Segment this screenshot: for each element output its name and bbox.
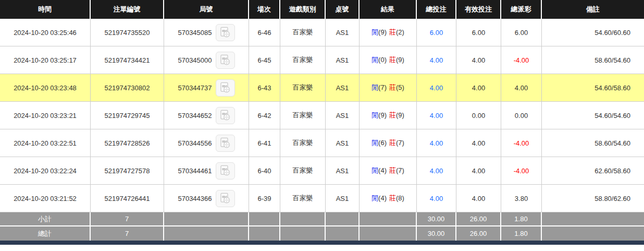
cell-total-payout: 3.80 bbox=[501, 185, 542, 212]
result-banker-score: (7) bbox=[396, 166, 404, 174]
video-replay-button[interactable] bbox=[216, 135, 235, 152]
table-row[interactable]: 2024-10-20 03:23:21 521974729745 5703446… bbox=[0, 102, 644, 129]
summary-label: 總計 bbox=[0, 226, 91, 241]
result-player-label: 閒 bbox=[371, 111, 378, 119]
result-banker-score: (9) bbox=[396, 111, 404, 119]
round-id-text: 570345000 bbox=[178, 56, 212, 64]
cell-session: 6-42 bbox=[249, 102, 280, 129]
video-file-icon bbox=[219, 54, 231, 66]
result-banker-label: 莊 bbox=[389, 111, 396, 119]
table-row[interactable]: 2024-10-20 03:22:24 521974727578 5703444… bbox=[0, 157, 644, 185]
summary-valid-bet: 26.00 bbox=[456, 212, 501, 226]
cell-game-type: 百家樂 bbox=[280, 102, 326, 129]
cell-bet-id: 521974728526 bbox=[91, 129, 164, 157]
video-replay-button[interactable] bbox=[216, 190, 235, 207]
column-header-table_no: 桌號 bbox=[326, 0, 360, 19]
column-header-time: 時間 bbox=[0, 0, 91, 19]
cell-game-type: 百家樂 bbox=[280, 185, 326, 212]
column-header-result: 結果 bbox=[360, 0, 417, 19]
video-replay-button[interactable] bbox=[216, 107, 235, 124]
video-replay-button[interactable] bbox=[216, 162, 235, 180]
round-id-text: 570344461 bbox=[178, 167, 212, 175]
result-player-score: (4) bbox=[378, 166, 387, 174]
result-player-label: 閒 bbox=[371, 28, 378, 36]
table-body: 2024-10-20 03:25:46 521974735520 5703450… bbox=[0, 19, 644, 212]
cell-game-type: 百家樂 bbox=[280, 157, 326, 185]
round-id-text: 570344366 bbox=[178, 195, 212, 202]
cell-session: 6-41 bbox=[249, 129, 280, 157]
video-replay-button[interactable] bbox=[216, 24, 235, 41]
cell-result: 閒(4)莊(8) bbox=[360, 185, 417, 212]
result-player-label: 閒 bbox=[371, 139, 378, 147]
column-header-game_type: 遊戲類別 bbox=[280, 0, 326, 19]
summary-total-payout: 1.80 bbox=[501, 212, 542, 226]
summary-count: 7 bbox=[91, 226, 164, 241]
summary-total-payout: 1.80 bbox=[501, 226, 542, 241]
table-header-row: 時間注單編號局號場次遊戲類別桌號結果總投注有效投注總派彩備註 bbox=[0, 0, 644, 19]
cell-valid-bet: 4.00 bbox=[456, 157, 501, 185]
cell-round-id: 570344366 bbox=[164, 185, 249, 212]
cell-session: 6-40 bbox=[249, 157, 280, 185]
cell-time: 2024-10-20 03:23:21 bbox=[0, 102, 91, 129]
cell-time: 2024-10-20 03:25:17 bbox=[0, 46, 91, 74]
cell-time: 2024-10-20 03:25:46 bbox=[0, 19, 91, 46]
cell-session: 6-39 bbox=[249, 185, 280, 212]
result-banker-label: 莊 bbox=[389, 139, 396, 147]
cell-table-no: AS1 bbox=[326, 129, 360, 157]
cell-result: 閒(7)莊(5) bbox=[360, 74, 417, 102]
video-replay-button[interactable] bbox=[216, 79, 235, 97]
table-row[interactable]: 2024-10-20 03:25:46 521974735520 5703450… bbox=[0, 19, 644, 46]
video-file-icon bbox=[219, 82, 231, 93]
bottom-bar bbox=[0, 241, 644, 245]
table-row[interactable]: 2024-10-20 03:21:52 521974726441 5703443… bbox=[0, 185, 644, 212]
column-header-total_bet: 總投注 bbox=[417, 0, 456, 19]
result-banker-score: (9) bbox=[396, 56, 404, 64]
cell-time: 2024-10-20 03:23:48 bbox=[0, 74, 91, 102]
round-id-text: 570345085 bbox=[178, 29, 212, 37]
cell-bet-id: 521974726441 bbox=[91, 185, 164, 212]
cell-result: 閒(4)莊(7) bbox=[360, 157, 417, 185]
result-player-label: 閒 bbox=[371, 166, 378, 174]
cell-remark: 58.60/54.60 bbox=[542, 129, 644, 157]
cell-valid-bet: 4.00 bbox=[456, 74, 501, 102]
cell-total-payout: 4.00 bbox=[501, 74, 542, 102]
cell-valid-bet: 6.00 bbox=[456, 19, 501, 46]
video-file-icon bbox=[219, 27, 231, 38]
cell-total-bet: 4.00 bbox=[417, 185, 456, 212]
cell-table-no: AS1 bbox=[326, 185, 360, 212]
bet-records-table: 時間注單編號局號場次遊戲類別桌號結果總投注有效投注總派彩備註 2024-10-2… bbox=[0, 0, 644, 241]
result-banker-label: 莊 bbox=[389, 28, 396, 36]
cell-table-no: AS1 bbox=[326, 46, 360, 74]
cell-time: 2024-10-20 03:21:52 bbox=[0, 185, 91, 212]
cell-total-bet: 6.00 bbox=[417, 19, 456, 46]
table-row[interactable]: 2024-10-20 03:22:51 521974728526 5703445… bbox=[0, 129, 644, 157]
table-footer: 小計 7 30.00 26.00 1.80 總計 7 30.00 26.00 1… bbox=[0, 212, 644, 241]
result-banker-label: 莊 bbox=[389, 56, 396, 64]
cell-game-type: 百家樂 bbox=[280, 46, 326, 74]
round-id-text: 570344737 bbox=[178, 84, 212, 92]
cell-total-payout: 0.00 bbox=[501, 102, 542, 129]
cell-valid-bet: 4.00 bbox=[456, 185, 501, 212]
result-player-label: 閒 bbox=[371, 56, 378, 64]
cell-bet-id: 521974734421 bbox=[91, 46, 164, 74]
table-row[interactable]: 2024-10-20 03:23:48 521974730802 5703447… bbox=[0, 74, 644, 102]
cell-valid-bet: 4.00 bbox=[456, 46, 501, 74]
summary-row: 小計 7 30.00 26.00 1.80 bbox=[0, 212, 644, 226]
cell-total-payout: -4.00 bbox=[501, 129, 542, 157]
cell-valid-bet: 4.00 bbox=[456, 129, 501, 157]
summary-count: 7 bbox=[91, 212, 164, 226]
cell-bet-id: 521974727578 bbox=[91, 157, 164, 185]
result-banker-score: (7) bbox=[396, 139, 404, 147]
cell-total-bet: 4.00 bbox=[417, 157, 456, 185]
cell-round-id: 570344461 bbox=[164, 157, 249, 185]
cell-remark: 54.60/58.60 bbox=[542, 74, 644, 102]
cell-bet-id: 521974735520 bbox=[91, 19, 164, 46]
video-replay-button[interactable] bbox=[216, 52, 235, 69]
cell-game-type: 百家樂 bbox=[280, 19, 326, 46]
table-row[interactable]: 2024-10-20 03:25:17 521974734421 5703450… bbox=[0, 46, 644, 74]
cell-table-no: AS1 bbox=[326, 157, 360, 185]
cell-time: 2024-10-20 03:22:24 bbox=[0, 157, 91, 185]
cell-table-no: AS1 bbox=[326, 102, 360, 129]
cell-round-id: 570344652 bbox=[164, 102, 249, 129]
cell-total-bet: 4.00 bbox=[417, 46, 456, 74]
